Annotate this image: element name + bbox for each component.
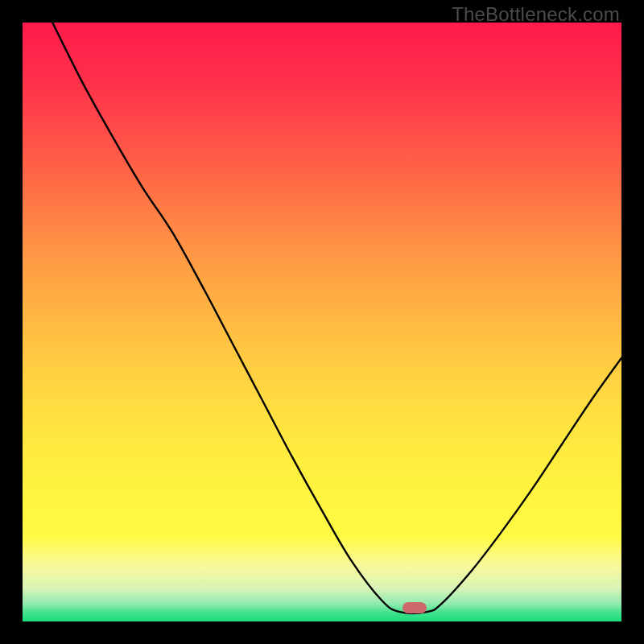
chart-frame xyxy=(23,23,621,621)
optimal-point-marker xyxy=(402,602,427,613)
chart-background xyxy=(23,23,621,621)
bottleneck-chart xyxy=(23,23,621,621)
